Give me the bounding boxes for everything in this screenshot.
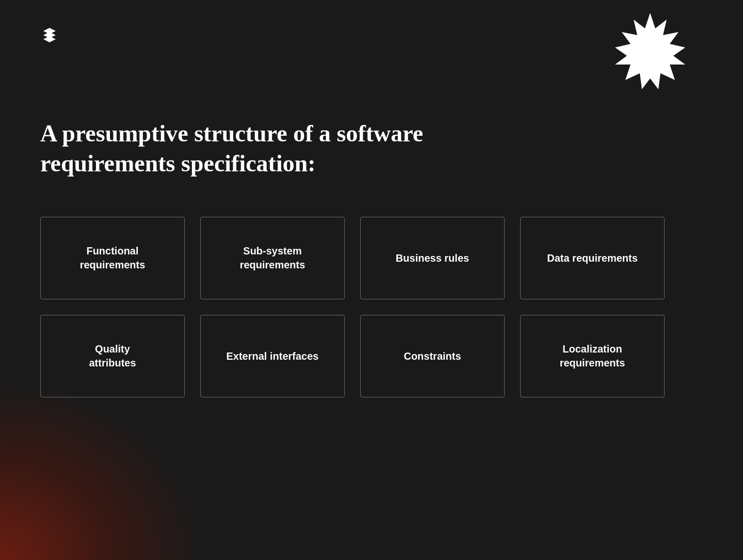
card-localization-requirements: Localizationrequirements <box>520 315 665 397</box>
svg-marker-0 <box>615 13 685 89</box>
brand-logo <box>40 27 59 47</box>
main-heading: A presumptive structure of a software re… <box>40 119 423 178</box>
card-subsystem-requirements: Sub-systemrequirements <box>200 217 345 299</box>
card-external-interfaces: External interfaces <box>200 315 345 397</box>
card-label-localization-requirements: Localizationrequirements <box>560 342 625 370</box>
card-label-constraints: Constraints <box>403 349 461 363</box>
card-label-external-interfaces: External interfaces <box>227 349 319 363</box>
card-constraints: Constraints <box>360 315 505 397</box>
card-label-data-requirements: Data requirements <box>547 251 638 265</box>
background-glow <box>0 379 206 560</box>
heading-line1: A presumptive structure of a software <box>40 120 423 147</box>
card-quality-attributes: Qualityattributes <box>40 315 185 397</box>
heading-line2: requirements specification: <box>40 150 316 177</box>
starburst-decoration <box>609 10 691 95</box>
card-data-requirements: Data requirements <box>520 217 665 299</box>
card-business-rules: Business rules <box>360 217 505 299</box>
card-functional-requirements: Functionalrequirements <box>40 217 185 299</box>
card-label-business-rules: Business rules <box>396 251 469 265</box>
card-label-subsystem-requirements: Sub-systemrequirements <box>240 244 305 272</box>
card-label-functional-requirements: Functionalrequirements <box>80 244 146 272</box>
card-label-quality-attributes: Qualityattributes <box>89 342 136 370</box>
cards-grid: FunctionalrequirementsSub-systemrequirem… <box>40 217 665 397</box>
